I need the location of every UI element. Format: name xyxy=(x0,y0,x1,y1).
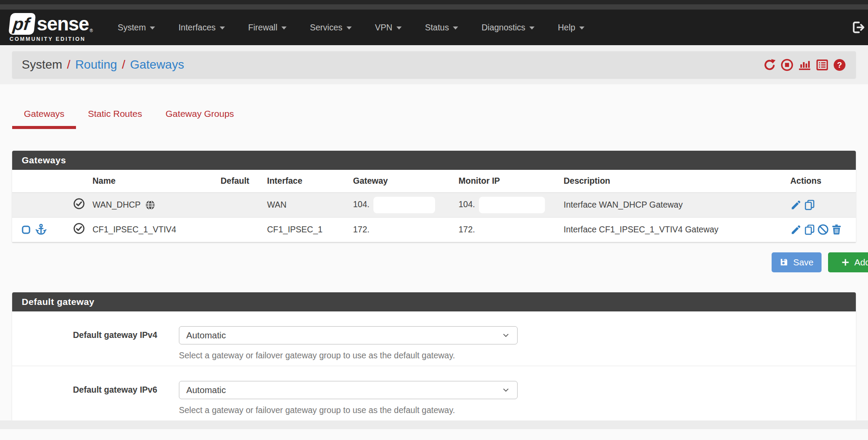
add-button[interactable]: Add xyxy=(828,252,868,272)
nav-item-vpn[interactable]: VPN xyxy=(363,10,413,45)
chevron-down-icon xyxy=(529,26,535,30)
gateway-name: WAN_DHCP xyxy=(92,200,141,210)
panel-title: Default gateway xyxy=(22,297,94,307)
globe-icon xyxy=(145,199,156,211)
chevron-down-icon xyxy=(396,26,402,30)
chevron-down-icon xyxy=(347,26,352,30)
breadcrumb-link-routing[interactable]: Routing xyxy=(75,58,117,72)
nav-item-label: VPN xyxy=(375,23,393,33)
nav-item-label: System xyxy=(118,23,146,33)
copy-icon[interactable] xyxy=(804,224,815,235)
nav-item-system[interactable]: System xyxy=(106,10,167,45)
logo-sense-text: sense xyxy=(37,13,89,35)
form-row-ipv6: Default gateway IPv6 Automatic Select a … xyxy=(12,366,856,420)
tab-label: Gateways xyxy=(24,109,64,119)
description-cell: Interface WAN_DHCP Gateway xyxy=(560,192,773,217)
save-button[interactable]: Save xyxy=(772,252,822,272)
chevron-down-icon xyxy=(502,386,510,394)
nav-item-label: Firewall xyxy=(248,23,277,33)
help-icon[interactable]: ? xyxy=(833,58,846,72)
col-header-interface: Interface xyxy=(264,170,350,192)
tab-label: Static Routes xyxy=(88,109,142,119)
top-navbar: pf sense ® COMMUNITY EDITION System Inte… xyxy=(0,10,868,45)
nav-item-help[interactable]: Help xyxy=(546,10,596,45)
redaction-box xyxy=(479,197,545,213)
gateway-ip: 104. xyxy=(353,199,370,209)
field-label-ipv4: Default gateway IPv4 xyxy=(12,326,165,361)
panel-title: Gateways xyxy=(22,155,66,165)
col-header-default: Default xyxy=(217,170,264,192)
field-help-text: Select a gateway or failover gateway gro… xyxy=(179,351,518,361)
col-header-monitor-ip: Monitor IP xyxy=(455,170,560,192)
main-menu: System Interfaces Firewall Services VPN … xyxy=(106,10,596,45)
edit-icon[interactable] xyxy=(790,199,802,211)
table-header-row: Name Default Interface Gateway Monitor I… xyxy=(12,170,856,192)
chevron-down-icon xyxy=(220,26,225,30)
pfsense-logo[interactable]: pf sense ® COMMUNITY EDITION xyxy=(10,13,93,42)
sign-out-icon[interactable] xyxy=(851,20,865,35)
nav-item-firewall[interactable]: Firewall xyxy=(237,10,298,45)
field-label-ipv6: Default gateway IPv6 xyxy=(12,381,165,415)
save-icon xyxy=(779,258,789,267)
breadcrumb-link-gateways[interactable]: Gateways xyxy=(130,58,184,72)
breadcrumb-root: System xyxy=(22,58,62,72)
breadcrumb-separator: / xyxy=(122,58,125,72)
gateway-name: CF1_IPSEC_1_VTIV4 xyxy=(92,225,176,234)
form-actions: Save Add xyxy=(12,252,856,272)
registered-mark: ® xyxy=(90,28,93,33)
col-header-actions: Actions xyxy=(773,170,856,192)
check-circle-icon xyxy=(73,198,85,210)
nav-item-interfaces[interactable]: Interfaces xyxy=(167,10,237,45)
default-gateway-ipv6-select[interactable]: Automatic xyxy=(179,381,518,399)
svg-text:?: ? xyxy=(837,60,842,69)
chevron-down-icon xyxy=(502,331,510,340)
default-gateway-panel: Default gateway Default gateway IPv4 Aut… xyxy=(12,292,856,420)
chevron-down-icon xyxy=(453,26,458,30)
edit-icon[interactable] xyxy=(790,224,802,235)
stop-circle-icon[interactable] xyxy=(780,58,794,72)
nav-item-diagnostics[interactable]: Diagnostics xyxy=(470,10,546,45)
default-gateway-panel-header: Default gateway xyxy=(12,292,856,311)
anchor-icon xyxy=(35,223,47,236)
breadcrumb-separator: / xyxy=(67,58,70,72)
default-cell xyxy=(217,192,264,217)
add-button-label: Add xyxy=(855,257,868,268)
refresh-icon[interactable] xyxy=(763,58,776,72)
gateways-panel-header: Gateways xyxy=(12,151,856,170)
default-gateway-ipv4-select[interactable]: Automatic xyxy=(179,326,518,344)
check-circle-icon xyxy=(73,222,85,235)
tab-gateways[interactable]: Gateways xyxy=(12,105,76,129)
copy-icon[interactable] xyxy=(804,199,815,211)
tab-static-routes[interactable]: Static Routes xyxy=(76,105,154,129)
tab-gateway-groups[interactable]: Gateway Groups xyxy=(154,105,246,129)
window-chrome-strip xyxy=(0,0,868,4)
form-row-ipv4: Default gateway IPv4 Automatic Select a … xyxy=(12,311,856,366)
table-row-wan-dhcp: WAN_DHCP WAN 104. xyxy=(12,192,856,217)
interface-cell: CF1_IPSEC_1 xyxy=(264,217,350,242)
list-icon[interactable] xyxy=(815,58,829,72)
nav-item-label: Help xyxy=(558,23,575,33)
nav-item-label: Interfaces xyxy=(178,23,216,33)
save-button-label: Save xyxy=(793,257,814,268)
page-action-icons: ? xyxy=(763,58,846,72)
nav-item-label: Status xyxy=(425,23,449,33)
tab-bar: Gateways Static Routes Gateway Groups xyxy=(12,105,856,129)
tab-label: Gateway Groups xyxy=(165,109,234,119)
description-cell: Interface CF1_IPSEC_1_VTIV4 Gateway xyxy=(560,217,773,242)
col-header-description: Description xyxy=(560,170,773,192)
plus-icon xyxy=(841,258,850,267)
nav-item-status[interactable]: Status xyxy=(413,10,470,45)
default-gateway-form: Default gateway IPv4 Automatic Select a … xyxy=(12,311,856,420)
breadcrumb: System / Routing / Gateways xyxy=(12,51,856,78)
ban-icon[interactable] xyxy=(817,224,829,235)
field-help-text: Select a gateway or failover gateway gro… xyxy=(179,405,518,415)
redaction-box xyxy=(373,197,435,213)
interface-cell: WAN xyxy=(264,192,350,217)
monitor-ip: 104. xyxy=(459,199,475,209)
logo-pf-mark: pf xyxy=(8,13,36,35)
delete-icon[interactable] xyxy=(831,224,842,235)
logo-tagline: COMMUNITY EDITION xyxy=(10,36,93,42)
bar-chart-icon[interactable] xyxy=(798,58,812,72)
page-footer-area xyxy=(0,420,868,429)
nav-item-services[interactable]: Services xyxy=(298,10,363,45)
